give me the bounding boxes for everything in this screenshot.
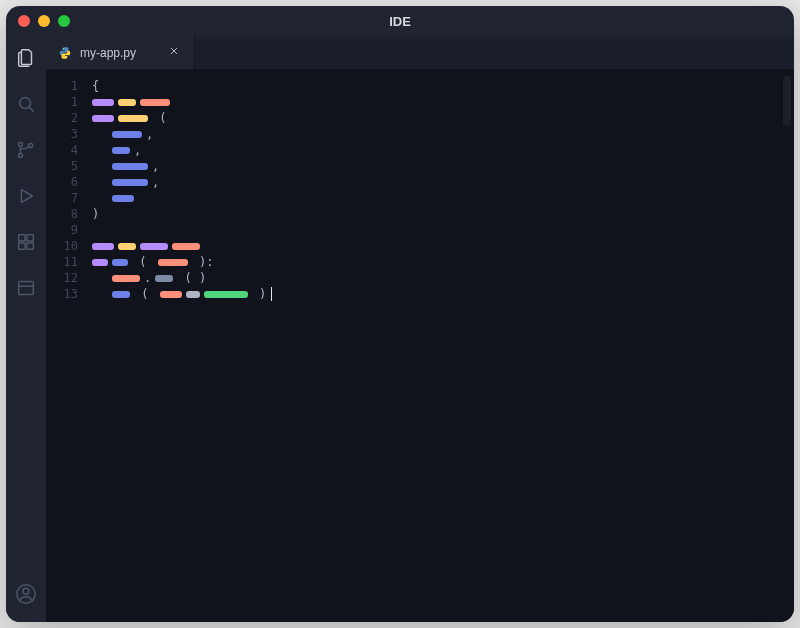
token xyxy=(155,275,173,282)
code-line: , xyxy=(92,158,794,174)
line-number: 9 xyxy=(46,222,78,238)
token xyxy=(118,99,136,106)
account-icon xyxy=(15,583,37,609)
activity-account[interactable] xyxy=(12,582,40,610)
line-number: 10 xyxy=(46,238,78,254)
code-line: { xyxy=(92,78,794,94)
token xyxy=(112,179,148,186)
code-line xyxy=(92,222,794,238)
punctuation: ( xyxy=(134,291,156,298)
window-controls xyxy=(18,15,70,27)
line-number-gutter: 112345678910111213 xyxy=(46,70,88,622)
code-line xyxy=(92,238,794,254)
svg-point-9 xyxy=(23,588,29,594)
token xyxy=(186,291,200,298)
punctuation: { xyxy=(92,83,99,90)
text-cursor xyxy=(271,287,272,301)
token xyxy=(118,243,136,250)
layout-icon xyxy=(15,277,37,303)
token xyxy=(112,291,130,298)
code-line: ( ) xyxy=(92,286,794,302)
python-file-icon xyxy=(58,46,72,60)
line-number: 5 xyxy=(46,158,78,174)
close-window-button[interactable] xyxy=(18,15,30,27)
line-number: 1 xyxy=(46,94,78,110)
code-line: , xyxy=(92,126,794,142)
token xyxy=(92,259,108,266)
token xyxy=(118,115,148,122)
activity-source-control[interactable] xyxy=(12,138,40,166)
punctuation: . xyxy=(144,275,151,282)
code-editor[interactable]: 112345678910111213 { (,,,,) ( ):. ( ) ( … xyxy=(46,70,794,622)
token xyxy=(172,243,200,250)
token xyxy=(92,243,114,250)
line-number: 13 xyxy=(46,286,78,302)
token xyxy=(158,259,188,266)
code-line: ( xyxy=(92,110,794,126)
svg-rect-6 xyxy=(19,243,25,249)
svg-rect-5 xyxy=(27,235,33,241)
punctuation: , xyxy=(146,131,153,138)
token xyxy=(112,195,134,202)
editor-group: my-app.py 112345678910111213 { (,,,,) ( … xyxy=(46,36,794,622)
punctuation: , xyxy=(152,179,159,186)
token xyxy=(140,99,170,106)
line-number: 7 xyxy=(46,190,78,206)
play-icon xyxy=(15,185,37,211)
code-line xyxy=(92,190,794,206)
punctuation: ) xyxy=(92,211,99,218)
titlebar: IDE xyxy=(6,6,794,36)
code-line: ) xyxy=(92,206,794,222)
zoom-window-button[interactable] xyxy=(58,15,70,27)
punctuation: ): xyxy=(192,259,214,266)
line-number: 1 xyxy=(46,78,78,94)
git-branch-icon xyxy=(15,139,37,165)
punctuation: , xyxy=(152,163,159,170)
code-line: , xyxy=(92,174,794,190)
token xyxy=(112,163,148,170)
code-line: . ( ) xyxy=(92,270,794,286)
code-line xyxy=(92,94,794,110)
svg-rect-7 xyxy=(27,243,33,249)
activity-run-debug[interactable] xyxy=(12,184,40,212)
token xyxy=(204,291,248,298)
line-number: 11 xyxy=(46,254,78,270)
ide-window: IDE xyxy=(6,6,794,622)
extensions-icon xyxy=(15,231,37,257)
line-number: 4 xyxy=(46,142,78,158)
tab-filename: my-app.py xyxy=(80,46,136,60)
token xyxy=(92,115,114,122)
vertical-scrollbar[interactable] xyxy=(783,76,791,126)
punctuation: ( ) xyxy=(177,275,206,282)
tab-close-button[interactable] xyxy=(166,45,182,61)
token xyxy=(112,275,140,282)
line-number: 3 xyxy=(46,126,78,142)
tab-my-app-py[interactable]: my-app.py xyxy=(46,36,195,69)
line-number: 8 xyxy=(46,206,78,222)
line-number: 12 xyxy=(46,270,78,286)
code-content[interactable]: { (,,,,) ( ):. ( ) ( ) xyxy=(88,70,794,622)
punctuation: ( xyxy=(152,115,166,122)
code-line: , xyxy=(92,142,794,158)
svg-rect-8 xyxy=(19,282,34,295)
svg-rect-4 xyxy=(19,235,25,241)
code-line: ( ): xyxy=(92,254,794,270)
tab-bar: my-app.py xyxy=(46,36,794,70)
punctuation: ) xyxy=(252,291,266,298)
close-icon xyxy=(168,45,180,60)
punctuation: ( xyxy=(132,259,154,266)
activity-extensions[interactable] xyxy=(12,230,40,258)
token xyxy=(140,243,168,250)
activity-explorer[interactable] xyxy=(12,46,40,74)
line-number: 2 xyxy=(46,110,78,126)
window-title: IDE xyxy=(6,14,794,29)
token xyxy=(160,291,182,298)
files-icon xyxy=(15,47,37,73)
line-number: 6 xyxy=(46,174,78,190)
token xyxy=(112,131,142,138)
token xyxy=(112,147,130,154)
svg-point-12 xyxy=(66,56,67,57)
minimize-window-button[interactable] xyxy=(38,15,50,27)
activity-search[interactable] xyxy=(12,92,40,120)
activity-preview[interactable] xyxy=(12,276,40,304)
